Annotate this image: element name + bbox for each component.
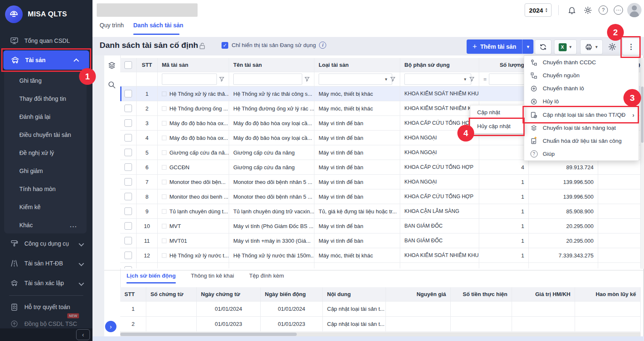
sidebar-subitem-3[interactable]: Đánh giá lại [4, 108, 87, 126]
filter-funnel-icon[interactable] [219, 76, 224, 82]
column-settings-gear-icon[interactable] [607, 42, 617, 52]
chevron-down-icon[interactable]: ▼ [463, 77, 467, 81]
row-checkbox[interactable] [124, 207, 132, 215]
menu-item-5[interactable]: Cập nhật loại tài sản theo TT/QĐ› [524, 108, 639, 121]
row-checkbox[interactable] [124, 105, 132, 112]
active-only-checkbox[interactable]: ✓ [222, 42, 228, 49]
sidebar-subitem-1[interactable]: Ghi tăng [4, 71, 87, 89]
year-spinner-icon[interactable]: ▴▾ [546, 8, 547, 13]
sidebar-subitem-7[interactable]: Tính hao mòn [4, 180, 87, 198]
tree-expand-icon[interactable] [162, 239, 166, 243]
history-row[interactable]: 101/01/202401/01/2024Cập nhật loại tài s… [120, 302, 641, 317]
row-checkbox[interactable] [124, 178, 132, 186]
tree-expand-icon[interactable] [162, 209, 166, 214]
sidebar-collapse-button[interactable]: ‹ [76, 329, 90, 340]
table-row[interactable]: 7Monotor theo dõi bện...Monotor theo dõi… [120, 175, 641, 189]
add-asset-button[interactable]: + Thêm tài sản [467, 39, 522, 54]
sidebar-item-tai-san-ht-db[interactable]: Tài sản HT-ĐB [0, 255, 92, 271]
tree-expand-icon[interactable] [162, 180, 166, 184]
settings-gear-icon[interactable] [583, 5, 593, 15]
history-row[interactable]: 201/01/202301/01/2023Cập nhật loại tài s… [120, 317, 641, 332]
sidebar-subitem-2[interactable]: Thay đổi thông tin [4, 89, 87, 108]
horizontal-scrollbar[interactable] [120, 332, 641, 336]
filter-input-name[interactable] [233, 73, 302, 85]
scrollbar-thumb[interactable] [120, 333, 297, 336]
expand-panel-button[interactable]: › [105, 321, 116, 332]
row-checkbox[interactable] [124, 119, 132, 127]
table-row[interactable]: 9Tủ lạnh chuyên dùng t...Tủ lạnh chuyên … [120, 204, 641, 219]
sidebar-subitem-4[interactable]: Điều chuyển tài sản [4, 126, 87, 144]
table-row[interactable]: 8Monitor theo doi benh ...Monotor theo d… [120, 189, 641, 204]
table-row[interactable]: 6GCCĐNGiường cấp cứu đa năngMáy vi tính … [120, 160, 641, 175]
filter-input-qty[interactable] [489, 73, 524, 85]
sidebar-subitem-8[interactable]: Kiểm kê [4, 198, 87, 216]
sidebar-item-assets[interactable]: Tài sản [3, 50, 89, 70]
chevron-down-icon[interactable]: ▼ [384, 77, 388, 81]
notifications-bell-icon[interactable] [567, 5, 577, 15]
row-checkbox[interactable] [124, 90, 132, 97]
tree-expand-icon[interactable] [162, 121, 166, 126]
tree-expand-icon[interactable] [162, 224, 166, 228]
select-all-checkbox[interactable] [124, 61, 132, 69]
export-excel-button[interactable]: X▼ [554, 39, 577, 55]
row-checkbox[interactable] [124, 149, 132, 156]
menu-item-2[interactable]: Chuyển nguồn [524, 69, 639, 82]
tree-expand-icon[interactable] [162, 92, 166, 96]
submenu-item-1[interactable]: Cập nhật [470, 105, 524, 119]
tab-quy-trinh[interactable]: Quy trình [100, 22, 124, 29]
filter-funnel-icon[interactable] [304, 76, 310, 82]
tree-expand-icon[interactable] [162, 165, 166, 170]
menu-item-7[interactable]: ★Chuẩn hóa dữ liệu tài sản công [524, 134, 639, 147]
menu-item-4[interactable]: Hủy lô [524, 95, 639, 108]
sidebar-item-overview[interactable]: Tổng quan CSDL [0, 33, 92, 49]
tree-expand-icon[interactable] [162, 253, 166, 258]
user-avatar[interactable] [627, 3, 641, 17]
row-checkbox[interactable] [124, 163, 132, 171]
table-row[interactable]: 10MVTMáy vi tính (Phó Giám Đốc BS ...Máy… [120, 219, 641, 233]
menu-item-6[interactable]: Chuyển loại tài sản hàng loạt [524, 121, 639, 134]
tree-expand-icon[interactable] [162, 194, 166, 199]
menu-item-3[interactable]: Chuyển thành lô [524, 82, 639, 95]
tree-expand-icon[interactable] [162, 150, 166, 155]
table-row[interactable]: 11MVT01Máy vi tính +máy in 3300 (Giá...M… [120, 233, 641, 248]
filter-select-dept[interactable] [404, 73, 471, 85]
more-dots-icon[interactable]: ... [70, 222, 77, 228]
print-button[interactable]: ▼ [580, 39, 603, 55]
sidebar-subitem-6[interactable]: Ghi giảm [4, 162, 87, 180]
filter-select-type[interactable] [319, 73, 392, 85]
filter-funnel-icon[interactable] [390, 76, 396, 82]
scrollbar-thumb[interactable] [641, 87, 644, 143]
year-selector[interactable]: 2024 ▴▾ [525, 3, 552, 17]
more-options-icon[interactable]: ⋯ [613, 5, 623, 15]
menu-item-1[interactable]: Chuyển thành CCDC [524, 56, 639, 69]
tab-danh-sach-tai-san[interactable]: Danh sách tài sản [133, 22, 183, 29]
menu-item-8[interactable]: ?Giúp [524, 147, 639, 160]
help-icon[interactable]: ? [598, 5, 608, 15]
bottom-tab-1[interactable]: Lịch sử biến động [127, 273, 176, 283]
tree-expand-icon[interactable] [162, 106, 166, 111]
info-icon[interactable]: i [319, 42, 326, 49]
bottom-tab-2[interactable]: Thông tin kê khai [191, 273, 234, 283]
row-checkbox[interactable] [124, 252, 132, 259]
sidebar-item-support[interactable]: Hỗ trợ quyết toán [0, 299, 92, 315]
sidebar-subitem-5[interactable]: Đề nghị xử lý [4, 144, 87, 162]
add-asset-dropdown-arrow[interactable]: ▼ [522, 39, 533, 54]
sidebar-item-tai-san-xac-lap[interactable]: Tài sản xác lập [0, 275, 92, 291]
filter-input-code[interactable] [162, 73, 217, 85]
row-checkbox[interactable] [124, 222, 132, 230]
equals-operator[interactable]: = [483, 76, 487, 82]
tree-expand-icon[interactable] [162, 136, 166, 140]
vertical-scrollbar[interactable] [641, 58, 644, 269]
layers-icon[interactable] [108, 61, 116, 70]
refresh-button[interactable] [535, 39, 552, 55]
search-icon[interactable] [108, 81, 116, 89]
bottom-tab-3[interactable]: Tệp đính kèm [249, 273, 284, 283]
row-checkbox[interactable] [124, 193, 132, 200]
sidebar-subitem-9[interactable]: Khác... [4, 216, 87, 234]
filter-funnel-icon[interactable] [469, 76, 475, 82]
table-row[interactable]: 12Hệ Thống xử lý nước t...Hệ Thống xử lý… [120, 248, 641, 263]
sidebar-item-cong-cu-dung-cu[interactable]: Công cụ dụng cụ [0, 236, 92, 252]
row-checkbox[interactable] [124, 237, 132, 244]
more-actions-button[interactable]: ⋮ [622, 38, 640, 55]
submenu-item-2[interactable]: Hủy cập nhật [470, 119, 524, 133]
